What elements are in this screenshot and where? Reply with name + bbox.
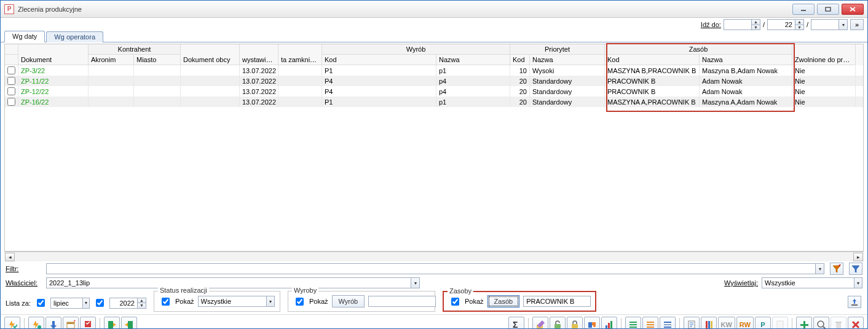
chevron-down-icon[interactable]: ▾ [854,278,862,288]
goto-num-input[interactable] [768,20,795,30]
columns-button[interactable] [701,317,717,329]
spinner-down-icon[interactable]: ▼ [138,303,146,308]
table-row[interactable]: ZP-11/2213.07.2022P4p420StandardowyPRACO… [5,76,863,86]
spinner-down-icon[interactable]: ▼ [752,25,760,30]
wyroby-pokaz-check[interactable] [296,298,304,306]
col-priorytet-nazwa[interactable]: Nazwa [530,55,605,65]
col-zasob-kod[interactable]: Kod [605,55,700,65]
owner-input[interactable] [47,278,411,288]
owner-select[interactable]: ▾ [46,277,420,288]
filter-input[interactable] [47,264,815,274]
col-kontrahent-group[interactable]: Kontrahent [89,44,181,55]
listfor-month-check[interactable] [37,299,45,307]
col-dokument[interactable]: Dokument [18,55,89,65]
zasob-button[interactable]: Zasób [487,295,520,307]
goto-day-spinner[interactable]: ▲▼ [724,19,760,30]
doc-link[interactable]: ZP-12/22 [21,88,49,95]
list-blue-button[interactable] [660,317,676,329]
tab-by-operator[interactable]: Wg operatora [46,31,103,42]
p-teal-button[interactable]: P [755,317,771,329]
spinner-down-icon[interactable]: ▼ [795,25,803,30]
filter-build-button[interactable] [849,263,862,275]
list-green-button[interactable] [625,317,641,329]
col-wystawienia[interactable]: wystawienia [240,55,278,65]
kw-grey-button[interactable]: KW [718,317,735,329]
wizard-button[interactable] [532,317,548,329]
status-select[interactable]: ▾ [198,296,275,307]
table-row[interactable]: ZP-16/2213.07.2022P1p120StandardowyMASZY… [5,97,863,107]
col-zasob-group[interactable]: Zasób [605,44,792,55]
chevron-down-icon[interactable]: ▾ [82,298,89,308]
zasob-value[interactable] [523,296,591,307]
goto-num-spinner[interactable]: ▲▼ [767,19,804,30]
table-row[interactable]: ZP-3/2213.07.2022P1p110WysokiMASZYNA B,P… [5,65,863,76]
thunder-green-button[interactable] [28,317,44,329]
row-check[interactable] [5,65,18,76]
lock-open-button[interactable] [550,317,566,329]
status-pokaz-check[interactable] [162,298,170,306]
wyrob-value[interactable] [368,296,436,307]
col-priorytet-group[interactable]: Priorytet [510,44,605,55]
door-out-button[interactable] [121,317,137,329]
chevron-down-icon[interactable]: ▾ [838,20,847,30]
month-input[interactable] [51,298,82,308]
report-button[interactable] [684,317,700,329]
zasoby-pokaz-check[interactable] [451,298,459,306]
doc-link[interactable]: ZP-3/22 [21,67,45,74]
row-check[interactable] [5,76,18,86]
col-priorytet-kod[interactable]: Kod [510,55,530,65]
scroll-left-icon[interactable]: ◂ [5,253,15,261]
goto-day-input[interactable] [724,20,751,30]
spinner-up-icon[interactable]: ▲ [795,20,803,25]
status-input[interactable] [199,296,267,306]
chevron-down-icon[interactable]: ▾ [815,264,824,274]
chevron-down-icon[interactable]: ▾ [266,296,274,306]
listfor-year-check[interactable] [96,299,104,307]
spinner-up-icon[interactable]: ▲ [138,298,146,304]
zoom-button[interactable] [813,317,829,329]
row-check[interactable] [5,86,18,97]
goto-go-button[interactable]: » [850,19,864,30]
display-select[interactable]: ▾ [762,277,862,288]
door-in-button[interactable] [104,317,120,329]
col-miasto[interactable]: Miasto [134,55,181,65]
col-zasob-nazwa[interactable]: Nazwa [700,55,792,65]
lock-closed-button[interactable] [567,317,583,329]
arrow-down-blue-button[interactable] [45,317,61,329]
doc-link[interactable]: ZP-11/22 [21,77,49,85]
col-wyrob-group[interactable]: Wyrób [322,44,510,55]
close-button[interactable] [842,4,864,15]
calendar-add-button[interactable]: + [63,317,79,329]
close-red-button[interactable] [848,317,864,329]
col-zwolnione[interactable]: Zwolnione do produk [792,55,856,65]
thunder-accept-button[interactable] [4,317,20,329]
col-zamkniecia[interactable]: ta zamknięcia [278,55,322,65]
year-input[interactable] [110,298,137,308]
chevron-down-icon[interactable]: ▾ [411,278,419,288]
col-akronim[interactable]: Akronim [89,55,134,65]
chart-button[interactable] [601,317,617,329]
spinner-up-icon[interactable]: ▲ [752,20,760,25]
doc-link[interactable]: ZP-16/22 [21,98,49,106]
sum-button[interactable]: Σ [508,317,524,329]
wyrob-button[interactable]: Wyrób [332,295,365,307]
col-dokument-obcy[interactable]: Dokument obcy [181,55,240,65]
tab-by-date[interactable]: Wg daty [4,31,45,42]
goto-year-select[interactable]: ▾ [811,19,848,30]
month-select[interactable]: ▾ [50,298,90,309]
filter-select[interactable]: ▾ [46,263,824,274]
goto-year-input[interactable] [811,20,838,30]
puzzle-button[interactable] [584,317,600,329]
flag-red-button[interactable] [80,317,96,329]
upload-button[interactable] [848,296,861,308]
add-button[interactable] [796,317,812,329]
col-wyrob-kod[interactable]: Kod [322,55,436,65]
list-orange-button[interactable] [642,317,658,329]
row-check[interactable] [5,97,18,107]
rw-orange-button[interactable]: RW [736,317,754,329]
display-input[interactable] [762,278,854,288]
table-row[interactable]: ZP-12/2213.07.2022P4p420StandardowyPRACO… [5,86,863,97]
scroll-right-icon[interactable]: ▸ [853,253,863,261]
col-wyrob-nazwa[interactable]: Nazwa [436,55,510,65]
minimize-button[interactable] [792,4,815,15]
